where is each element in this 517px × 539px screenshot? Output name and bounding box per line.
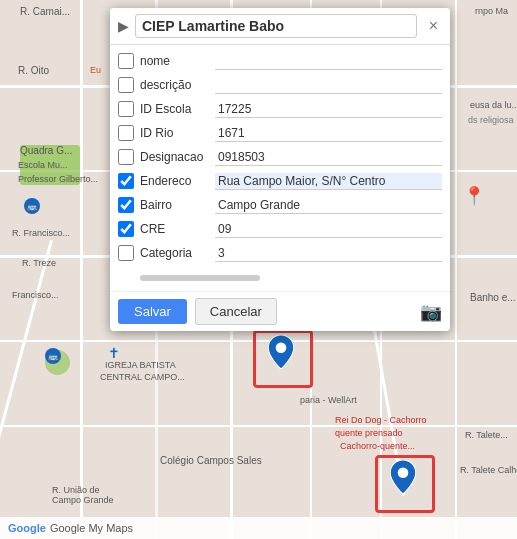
checkbox-descricao[interactable] [118, 77, 134, 93]
field-input-bairro[interactable] [215, 197, 442, 214]
field-label-categoria: Categoria [140, 246, 215, 260]
cancel-button[interactable]: Cancelar [195, 298, 277, 325]
map-marker-2[interactable] [390, 460, 416, 497]
scrollbar-area [110, 269, 450, 291]
map-transit-icon-2: 🚌 [45, 348, 61, 364]
field-label-designacao: Designacao [140, 150, 215, 164]
checkbox-designacao[interactable] [118, 149, 134, 165]
field-row-nome: nome [110, 49, 450, 73]
field-label-cre: CRE [140, 222, 215, 236]
my-maps-label: Google My Maps [50, 522, 133, 534]
field-row-id_escola: ID Escola [110, 97, 450, 121]
field-row-id_rio: ID Rio [110, 121, 450, 145]
field-row-designacao: Designacao [110, 145, 450, 169]
map-transit-icon: 🚌 [24, 198, 40, 214]
field-input-cre[interactable] [215, 221, 442, 238]
checkbox-nome[interactable] [118, 53, 134, 69]
field-label-id_escola: ID Escola [140, 102, 215, 116]
map-marker-1[interactable] [268, 335, 294, 372]
field-label-descricao: descrição [140, 78, 215, 92]
popup-footer: Salvar Cancelar 📷 [110, 291, 450, 331]
field-row-categoria: Categoria [110, 241, 450, 265]
svg-point-1 [398, 467, 409, 478]
field-input-id_escola[interactable] [215, 101, 442, 118]
checkbox-categoria[interactable] [118, 245, 134, 261]
popup-title-input[interactable] [135, 14, 417, 38]
church-icon: ✝ [108, 345, 120, 361]
field-row-descricao: descrição [110, 73, 450, 97]
checkbox-id_escola[interactable] [118, 101, 134, 117]
field-row-endereco: Endereco [110, 169, 450, 193]
checkbox-cre[interactable] [118, 221, 134, 237]
field-label-nome: nome [140, 54, 215, 68]
field-label-bairro: Bairro [140, 198, 215, 212]
edit-popup: ▶ × nomedescriçãoID EscolaID RioDesignac… [110, 8, 450, 331]
svg-point-0 [276, 342, 287, 353]
field-input-endereco[interactable] [215, 173, 442, 190]
field-input-descricao[interactable] [215, 77, 442, 94]
checkbox-id_rio[interactable] [118, 125, 134, 141]
popup-header: ▶ × [110, 8, 450, 45]
checkbox-bairro[interactable] [118, 197, 134, 213]
field-input-id_rio[interactable] [215, 125, 442, 142]
checkbox-endereco[interactable] [118, 173, 134, 189]
field-label-id_rio: ID Rio [140, 126, 215, 140]
field-input-nome[interactable] [215, 53, 442, 70]
save-button[interactable]: Salvar [118, 299, 187, 324]
camera-icon[interactable]: 📷 [420, 301, 442, 323]
popup-close-button[interactable]: × [425, 17, 442, 35]
popup-fields: nomedescriçãoID EscolaID RioDesignacaoEn… [110, 45, 450, 269]
horizontal-scrollbar[interactable] [140, 275, 260, 281]
field-input-designacao[interactable] [215, 149, 442, 166]
field-row-cre: CRE [110, 217, 450, 241]
bg-marker-1: 📍 [463, 185, 485, 207]
popup-arrow-icon: ▶ [118, 18, 129, 34]
field-row-bairro: Bairro [110, 193, 450, 217]
field-label-endereco: Endereco [140, 174, 215, 188]
field-input-categoria[interactable] [215, 245, 442, 262]
google-maps-bar: Google Google My Maps [0, 517, 517, 539]
google-logo: Google [8, 522, 46, 534]
